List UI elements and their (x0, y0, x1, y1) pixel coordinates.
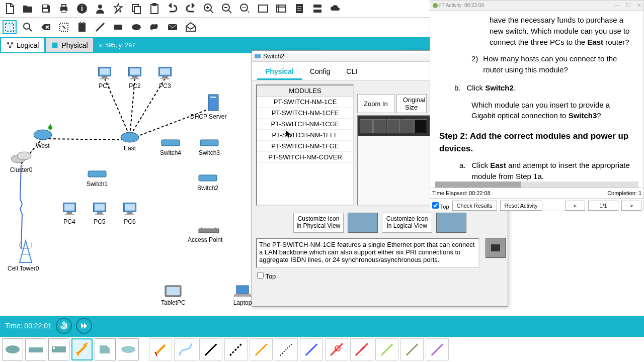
port-slot[interactable] (360, 119, 373, 133)
tab-cli[interactable]: CLI (338, 64, 365, 80)
undo-icon[interactable] (166, 2, 180, 16)
conn-coax[interactable] (300, 338, 323, 360)
module-1ce[interactable]: PT-SWITCH-NM-1CE (257, 97, 353, 108)
module-1cfe[interactable]: PT-SWITCH-NM-1CFE (257, 108, 353, 119)
device-tablet[interactable]: TabletPC (161, 285, 186, 306)
pt-instructions[interactable]: have the necessary funds to purchase a n… (430, 11, 643, 182)
copy-icon[interactable] (129, 2, 143, 16)
device-pc5[interactable]: PC5 (91, 202, 109, 225)
zoom-out-icon[interactable] (238, 2, 252, 16)
top-checkbox[interactable] (257, 272, 264, 279)
device-cluster0[interactable]: Cluster0 (9, 149, 33, 173)
user-pref-icon[interactable] (93, 2, 107, 16)
port-slot[interactable] (373, 119, 386, 133)
tab-physical[interactable]: Physical (257, 64, 302, 80)
module-cover[interactable]: PT-SWITCH-NM-COVER (257, 152, 353, 163)
conn-phone[interactable] (275, 338, 298, 360)
save-icon[interactable] (39, 2, 53, 16)
device-switch2[interactable]: Switch2 (197, 173, 218, 192)
device-west[interactable]: West (33, 129, 53, 149)
cloud-icon[interactable] (329, 2, 343, 16)
cat-connections[interactable] (71, 338, 93, 360)
cat-enddevices[interactable] (95, 338, 116, 360)
close-icon[interactable]: ✕ (637, 2, 641, 9)
device-ap[interactable]: Access Point (195, 227, 222, 243)
conn-console[interactable] (174, 338, 197, 360)
module-preview[interactable] (486, 238, 506, 258)
device-celltower[interactable]: Cell Tower0 (13, 238, 39, 272)
notepad-icon[interactable] (292, 2, 306, 16)
conn-usb[interactable] (426, 338, 449, 360)
device-pc6[interactable]: PC6 (121, 202, 139, 225)
new-file-icon[interactable] (3, 2, 17, 16)
message-open-icon[interactable] (184, 20, 198, 34)
device-dhcp[interactable]: DHCP Server (200, 94, 226, 120)
port-slot[interactable] (400, 119, 414, 133)
maximize-icon[interactable]: ☐ (626, 2, 631, 9)
resize-tool-icon[interactable] (57, 20, 71, 34)
port-slot-filled[interactable] (414, 119, 427, 133)
cat-hubs[interactable] (48, 338, 69, 360)
device-pc3[interactable]: PC3 (156, 66, 174, 89)
check-results-button[interactable]: Check Results (452, 201, 497, 211)
conn-octal[interactable] (375, 338, 398, 360)
print-icon[interactable] (57, 2, 71, 16)
zoom-in-icon[interactable] (202, 2, 216, 16)
server-icon[interactable] (310, 2, 325, 16)
pt-titlebar[interactable]: PT Activity: 00:22:08 — ☐ ✕ (430, 1, 643, 11)
ellipse-tool-icon[interactable] (129, 20, 143, 34)
customize-physical-button[interactable]: Customize Icon in Physical View (293, 213, 344, 233)
reset-activity-button[interactable]: Reset Activity (500, 201, 542, 211)
module-1fge[interactable]: PT-SWITCH-NM-1FGE (257, 141, 353, 152)
physical-view-button[interactable]: Physical (46, 38, 93, 52)
device-east[interactable]: East (120, 131, 140, 152)
next-button[interactable]: > (621, 201, 641, 211)
device-switch4[interactable]: Switch4 (160, 138, 181, 156)
detail-view-icon[interactable] (274, 2, 288, 16)
device-pc1[interactable]: PC1 (96, 66, 114, 89)
line-tool-icon[interactable] (93, 20, 107, 34)
wizard-icon[interactable] (111, 2, 125, 16)
folder-open-icon[interactable] (21, 2, 35, 16)
select-tool-icon[interactable] (3, 20, 17, 34)
device-pc2[interactable]: PC2 (126, 66, 144, 89)
top-checkbox-pt[interactable]: Top (432, 202, 449, 210)
note-tool-icon[interactable] (75, 20, 89, 34)
freeform-tool-icon[interactable] (147, 20, 162, 34)
tab-config[interactable]: Config (302, 64, 338, 80)
outline-view-icon[interactable] (256, 2, 270, 16)
message-icon[interactable] (166, 20, 180, 34)
device-pc4[interactable]: PC4 (60, 202, 78, 225)
page-input[interactable] (588, 201, 618, 211)
conn-serial-dte[interactable] (350, 338, 373, 360)
conn-serial-dce[interactable] (325, 338, 348, 360)
conn-iot[interactable] (400, 338, 424, 360)
module-1cge[interactable]: PT-SWITCH-NM-1CGE (257, 119, 353, 130)
minimize-icon[interactable]: — (614, 2, 620, 9)
conn-cross[interactable] (224, 338, 248, 360)
module-1ffe[interactable]: PT-SWITCH-NM-1FFE (257, 130, 353, 141)
delete-tool-icon[interactable] (39, 20, 53, 34)
device-switch3[interactable]: Switch3 (199, 138, 220, 156)
cat-switches[interactable] (25, 338, 46, 360)
port-slot[interactable] (387, 119, 400, 133)
redo-icon[interactable] (184, 2, 198, 16)
conn-fiber[interactable] (250, 338, 273, 360)
conn-auto[interactable] (149, 338, 172, 360)
reset-time-button[interactable] (56, 318, 72, 334)
conn-straight[interactable] (199, 338, 222, 360)
device-laptop[interactable]: Laptop (232, 285, 253, 306)
zoom-fit-icon[interactable] (220, 2, 234, 16)
logical-view-button[interactable]: Logical (1, 38, 44, 52)
paste-icon[interactable] (147, 2, 162, 16)
pt-scrollbar[interactable] (435, 182, 638, 188)
original-size-button[interactable]: Original Size (396, 94, 427, 113)
device-switch1[interactable]: Switch1 (87, 169, 108, 188)
cat-routers[interactable] (2, 338, 23, 360)
rect-tool-icon[interactable] (111, 20, 125, 34)
zoom-in-button[interactable]: Zoom In (357, 94, 394, 113)
customize-logical-button[interactable]: Customize Icon in Logical View (382, 213, 432, 233)
info-icon[interactable]: i (75, 2, 89, 16)
prev-button[interactable]: < (565, 201, 585, 211)
fast-forward-button[interactable] (76, 318, 92, 334)
